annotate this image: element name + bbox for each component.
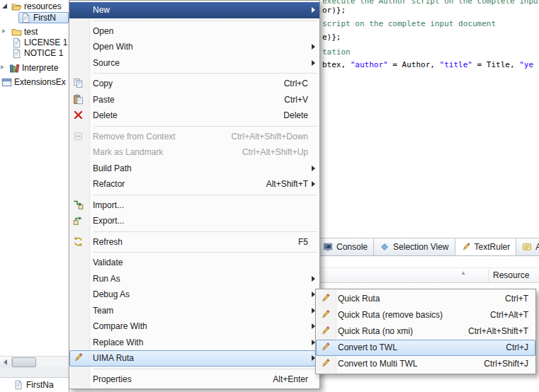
menu-item-label: Convert to TWL	[338, 342, 397, 352]
menu-separator	[69, 229, 319, 234]
menu-item-label: Refactor	[93, 179, 125, 189]
menu-item-label: Properties	[93, 374, 132, 384]
menu-item-new[interactable]: New	[69, 2, 319, 18]
pencil-icon	[320, 325, 331, 337]
code-line: script on the complete input document	[322, 18, 496, 30]
sort-indicator-icon: ▲	[460, 270, 466, 276]
menu-item-shortcut: Ctrl+T	[505, 291, 528, 307]
selection-icon	[380, 242, 390, 252]
menu-item-shortcut: Alt+Enter	[273, 371, 308, 388]
menu-item-replace-with[interactable]: Replace With	[69, 335, 319, 351]
submenu-arrow-icon	[312, 166, 315, 171]
menu-item-label: Quick Ruta (remove basics)	[338, 310, 443, 320]
tree-item-label: Interprete	[22, 63, 58, 73]
column-header-resource[interactable]: Resource	[493, 268, 529, 282]
tab-label: Selection View	[393, 242, 449, 252]
tab-console[interactable]: Console	[317, 238, 374, 255]
tree-item-firstn[interactable]: FirstN	[0, 12, 69, 23]
file-icon	[13, 380, 23, 390]
menu-item-build-path[interactable]: Build Path	[69, 161, 319, 177]
menu-item-label: Quick Ruta	[338, 294, 380, 304]
menu-item-label: Delete	[93, 110, 118, 120]
tab-selection-view[interactable]: Selection View	[374, 238, 455, 255]
tree-item-notice-1[interactable]: NOTICE 1	[0, 47, 69, 59]
tree-item-label: ExtensionsEx	[14, 77, 66, 87]
submenu-arrow-icon	[312, 7, 315, 13]
code-segment: tation	[322, 47, 351, 57]
refresh-icon	[73, 236, 84, 248]
menu-item-open[interactable]: Open	[69, 23, 319, 40]
scroll-left-button[interactable]	[0, 357, 12, 367]
tree-item-extensionsex[interactable]: ExtensionsEx	[0, 76, 69, 88]
menu-item-debug-as[interactable]: Debug As	[69, 287, 319, 303]
menu-item-paste[interactable]: PasteCtrl+V	[69, 92, 319, 108]
tab-textruler[interactable]: TextRuler	[455, 238, 517, 255]
code-line: or)};	[322, 5, 346, 16]
menu-item-label: Open	[93, 26, 113, 36]
code-segment: = Title,	[472, 60, 519, 69]
bottom-item-row[interactable]: FirstNa	[0, 377, 69, 392]
menu-item-team[interactable]: Team	[69, 303, 319, 319]
menu-item-remove-from-context: Remove from ContextCtrl+Alt+Shift+Down	[69, 129, 319, 145]
tree-item-test[interactable]: test	[0, 26, 69, 38]
menu-icon-slot	[73, 41, 84, 52]
menu-item-convert-to-multi-twl[interactable]: Convert to Multi TWLCtrl+Shift+J	[316, 356, 535, 372]
code-segment: "ye	[519, 60, 533, 69]
code-segment: script on the complete input document	[322, 19, 496, 28]
menu-item-copy[interactable]: CopyCtrl+C	[69, 76, 319, 92]
menu-item-label: Debug As	[93, 289, 130, 299]
menu-item-quick-ruta-no-xmi[interactable]: Quick Ruta (no xmi)Ctrl+Alt+Shift+T	[316, 323, 535, 340]
tree-item-interprete[interactable]: Interprete	[0, 62, 69, 74]
menu-item-compare-with[interactable]: Compare With	[69, 318, 319, 335]
menu-icon-slot	[73, 257, 84, 268]
menu-separator	[69, 192, 319, 197]
horizontal-scrollbar[interactable]	[0, 356, 69, 368]
delete-icon	[73, 110, 84, 121]
copy-icon	[73, 78, 84, 89]
code-line: btex, "author" = Author, "title" = Title…	[322, 59, 533, 71]
twistie-collapsed-icon[interactable]	[2, 29, 6, 33]
bottom-item-label: FirstNa	[26, 380, 54, 390]
column-divider	[488, 268, 489, 282]
menu-item-source[interactable]: Source	[69, 55, 319, 71]
menu-item-quick-ruta-remove-basics[interactable]: Quick Ruta (remove basics)Ctrl+Alt+T	[316, 307, 535, 323]
twistie-expanded-icon[interactable]	[2, 4, 7, 8]
menu-item-shortcut: Ctrl+J	[506, 340, 528, 356]
tab-label: TextRuler	[475, 242, 511, 252]
menu-item-export[interactable]: Export...	[69, 213, 319, 229]
tree-item-license-1[interactable]: LICENSE 1	[0, 37, 69, 48]
project-icon	[1, 77, 12, 88]
export-icon	[73, 215, 84, 226]
code-line: e)};	[322, 32, 341, 43]
menu-item-validate[interactable]: Validate	[69, 255, 319, 271]
menu-icon-slot	[73, 146, 84, 158]
scrollbar-thumb[interactable]	[12, 357, 36, 367]
menu-icon-slot	[73, 4, 84, 16]
menu-item-refactor[interactable]: RefactorAlt+Shift+T	[69, 176, 319, 192]
menu-item-import[interactable]: Import...	[69, 197, 319, 214]
library-icon	[9, 63, 20, 74]
tree-item-resources[interactable]: resources	[0, 1, 69, 12]
file-icon	[21, 13, 31, 23]
menu-item-run-as[interactable]: Run As	[69, 271, 319, 287]
menu-item-label: Import...	[93, 200, 124, 210]
menu-item-refresh[interactable]: RefreshF5	[69, 234, 319, 250]
menu-item-quick-ruta[interactable]: Quick RutaCtrl+T	[316, 291, 535, 307]
menu-item-label: Quick Ruta (no xmi)	[338, 326, 413, 336]
menu-item-delete[interactable]: DeleteDelete	[69, 108, 319, 124]
tab-label: Console	[336, 242, 368, 252]
menu-item-label: Run As	[93, 274, 120, 284]
menu-separator	[69, 367, 319, 371]
tree-item-label: NOTICE 1	[24, 48, 63, 58]
menu-icon-slot	[73, 273, 84, 284]
tab-annotatio[interactable]: Annotatio	[516, 238, 539, 255]
submenu-arrow-icon	[312, 60, 315, 66]
menu-item-uima-ruta[interactable]: UIMA Ruta	[69, 350, 319, 367]
pencil-icon	[73, 352, 84, 364]
menu-item-convert-to-twl[interactable]: Convert to TWLCtrl+J	[316, 340, 535, 356]
tree-item-label: FirstN	[33, 13, 56, 23]
menu-item-properties[interactable]: PropertiesAlt+Enter	[69, 371, 319, 388]
menu-item-label: Source	[93, 58, 120, 68]
twistie-collapsed-icon[interactable]	[1, 65, 4, 69]
menu-item-open-with[interactable]: Open With	[69, 39, 319, 55]
